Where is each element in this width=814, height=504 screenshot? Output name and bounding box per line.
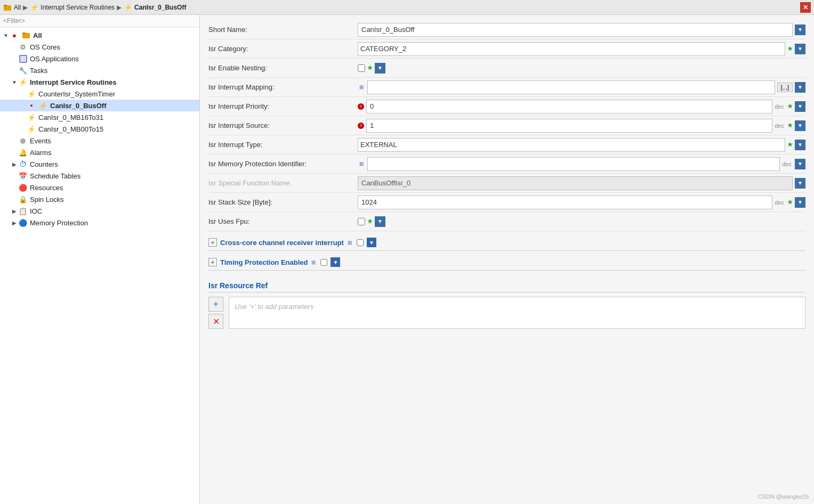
- form-row-isr-category: Isr Category: CATEGORY_2 CATEGORY_1 ★ ▼: [208, 39, 805, 59]
- control-enable-nesting: ★ ▼: [358, 63, 805, 74]
- dropdown-isr-category[interactable]: ▼: [795, 44, 805, 54]
- checkbox-timing-protection[interactable]: [320, 259, 327, 266]
- label-enable-nesting: Isr Enable Nesting:: [208, 64, 358, 72]
- expand-arrow-memory[interactable]: ▶: [11, 220, 18, 226]
- grid-icon-cross-core: ⊞: [346, 239, 353, 246]
- breadcrumb-isr-icon1: ⚡: [30, 3, 38, 12]
- arrow-cross-core[interactable]: ▼: [367, 238, 376, 247]
- add-ref-button[interactable]: +: [208, 297, 223, 312]
- tree-item-os-apps[interactable]: OS Applications: [0, 53, 199, 64]
- control-isr-category: CATEGORY_2 CATEGORY_1 ★ ▼: [358, 42, 805, 56]
- tree-label-memory: Memory Protection: [30, 219, 88, 227]
- tree-item-tasks[interactable]: 🔧 Tasks: [0, 64, 199, 76]
- tree-label-counters: Counters: [30, 160, 58, 168]
- tree-item-os-cores[interactable]: ⚙ OS Cores: [0, 41, 199, 53]
- dropdown-special-function[interactable]: ▼: [795, 178, 805, 189]
- breadcrumb-current[interactable]: CanIsr_0_BusOff: [134, 4, 186, 11]
- tree-item-busoff[interactable]: ● ⚡ CanIsr_0_BusOff: [0, 100, 199, 111]
- grid-icon-memory: ⊞: [358, 160, 365, 168]
- control-interrupt-priority: ! dec ★ ▼: [358, 100, 805, 113]
- right-panel: Short Name: ▼ Isr Category: CATEGORY_2 C…: [200, 15, 814, 504]
- tree-label-os-apps: OS Applications: [30, 55, 79, 63]
- select-isr-category[interactable]: CATEGORY_2 CATEGORY_1: [358, 42, 785, 56]
- expand-arrow-ioc[interactable]: ▶: [11, 208, 18, 214]
- input-memory-protection[interactable]: [367, 157, 780, 171]
- filter-placeholder: <Filter>: [3, 17, 25, 25]
- dropdown-source[interactable]: ▼: [795, 120, 805, 131]
- checkbox-cross-core[interactable]: [357, 239, 364, 246]
- dropdown-enable-nesting[interactable]: ▼: [375, 63, 385, 74]
- dec-label-stack: dec: [775, 199, 784, 206]
- breadcrumb-isr-group[interactable]: Interrupt Service Routines: [41, 4, 115, 11]
- tree-label-resources: Resources: [30, 184, 63, 192]
- tree-item-counters[interactable]: ▶ ⏱ Counters: [0, 158, 199, 170]
- form-row-special-function: Isr Special Function Name: ▼: [208, 174, 805, 193]
- close-button[interactable]: ✕: [800, 2, 811, 13]
- label-interrupt-mapping: Isr Interrupt Mapping:: [208, 83, 358, 91]
- select-interrupt-type[interactable]: EXTERNAL INTERNAL: [358, 138, 785, 152]
- tree-item-mb16[interactable]: ⚡ CanIsr_0_MB16To31: [0, 111, 199, 123]
- tree-item-events[interactable]: ⊕ Events: [0, 135, 199, 147]
- form-row-interrupt-source: Isr Interrupt Source: ! dec ★ ▼: [208, 116, 805, 135]
- checkbox-uses-fpu[interactable]: [358, 218, 365, 225]
- control-special-function: ▼: [358, 176, 805, 190]
- input-interrupt-mapping[interactable]: [367, 80, 775, 94]
- expand-arrow-counters[interactable]: ▶: [11, 161, 18, 167]
- input-stack-size[interactable]: [358, 196, 772, 209]
- dropdown-interrupt-mapping[interactable]: ▼: [795, 82, 805, 93]
- tree-label-tasks: Tasks: [30, 67, 47, 75]
- dropdown-type[interactable]: ▼: [795, 140, 805, 150]
- checkbox-enable-nesting[interactable]: [358, 64, 365, 72]
- tree-item-counter-isr[interactable]: ⚡ CounterIsr_SystemTimer: [0, 88, 199, 100]
- svg-rect-3: [22, 32, 26, 34]
- form-row-memory-protection: Isr Memory Protection Identifier: ⊞ dec …: [208, 155, 805, 174]
- tree-item-isr-group[interactable]: ▼ ⚡ Interrupt Service Routines: [0, 76, 199, 88]
- expand-timing-protection[interactable]: +: [208, 258, 217, 266]
- input-interrupt-source[interactable]: [366, 119, 772, 133]
- tree-item-memory[interactable]: ▶ 🔵 Memory Protection: [0, 217, 199, 229]
- input-interrupt-priority[interactable]: [366, 100, 772, 113]
- dropdown-stack-size[interactable]: ▼: [795, 197, 805, 208]
- dropdown-priority[interactable]: ▼: [795, 101, 805, 112]
- label-isr-category: Isr Category:: [208, 45, 358, 53]
- section-timing-protection: + Timing Protection Enabled ⊞ ▼: [208, 254, 805, 271]
- tree-item-schedule[interactable]: 📅 Schedule Tables: [0, 170, 199, 182]
- tree-item-mb00[interactable]: ⚡ CanIsr_0_MB00To15: [0, 123, 199, 135]
- memory-icon: 🔵: [18, 218, 28, 227]
- arrow-timing-protection[interactable]: ▼: [331, 257, 340, 267]
- browse-btn-mapping[interactable]: [...]: [777, 83, 793, 92]
- tree-item-alarms[interactable]: 🔔 Alarms: [0, 147, 199, 158]
- expand-arrow-isr[interactable]: ▼: [11, 79, 18, 85]
- ref-placeholder-box: Use '+' to add parameters: [229, 297, 805, 329]
- expand-arrow-all[interactable]: ▼: [2, 32, 10, 38]
- tree-label-mb16: CanIsr_0_MB16To31: [38, 113, 103, 121]
- breadcrumb-bar: All ▶ ⚡ Interrupt Service Routines ▶ ⚡ C…: [0, 0, 814, 15]
- breadcrumb-all[interactable]: All: [14, 4, 21, 11]
- input-special-function: [358, 176, 793, 190]
- star-isr-category: ★: [787, 45, 793, 52]
- dec-label-priority: dec: [775, 103, 784, 110]
- input-short-name[interactable]: [358, 23, 793, 37]
- tree-item-resources[interactable]: 🔴 Resources: [0, 182, 199, 193]
- title-cross-core: Cross-core channel receiver interrupt: [220, 239, 344, 247]
- dropdown-memory-protection[interactable]: ▼: [795, 159, 805, 169]
- tree-item-spin[interactable]: 🔒 Spin Locks: [0, 193, 199, 205]
- title-timing-protection: Timing Protection Enabled: [220, 258, 308, 266]
- expand-cross-core[interactable]: +: [208, 238, 217, 247]
- tree-label-ioc: IOC: [30, 207, 42, 215]
- resource-ref-section: Isr Resource Ref + ✕ Use '+' to add para…: [208, 279, 805, 329]
- tree-item-ioc[interactable]: ▶ 📋 IOC: [0, 205, 199, 217]
- form-row-enable-nesting: Isr Enable Nesting: ★ ▼: [208, 59, 805, 78]
- tree-item-all[interactable]: ▼ ● All: [0, 29, 199, 41]
- ioc-icon: 📋: [18, 206, 28, 216]
- label-interrupt-type: Isr Interrupt Type:: [208, 141, 358, 149]
- error-dot-priority: !: [358, 103, 364, 110]
- label-uses-fpu: Isr Uses Fpu:: [208, 217, 358, 225]
- control-interrupt-mapping: ⊞ [...] ▼: [358, 80, 805, 94]
- counters-icon: ⏱: [18, 159, 28, 169]
- select-wrapper-type: EXTERNAL INTERNAL: [358, 138, 785, 152]
- dropdown-short-name[interactable]: ▼: [795, 25, 805, 35]
- remove-ref-button[interactable]: ✕: [208, 314, 223, 329]
- isr-icon-mb16: ⚡: [27, 112, 36, 122]
- dropdown-fpu[interactable]: ▼: [375, 216, 385, 227]
